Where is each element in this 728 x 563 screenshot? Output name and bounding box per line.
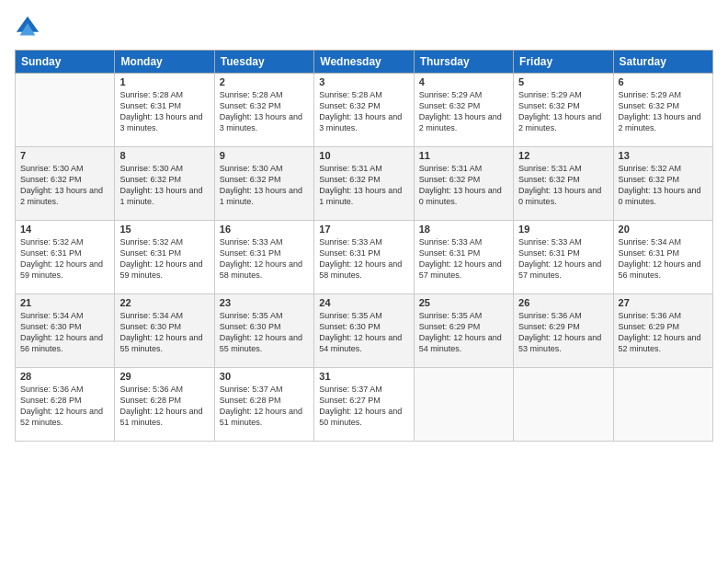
day-number: 23 — [220, 297, 309, 308]
day-info: Sunrise: 5:29 AMSunset: 6:32 PMDaylight:… — [419, 89, 508, 134]
day-info: Sunrise: 5:36 AMSunset: 6:29 PMDaylight:… — [619, 310, 708, 355]
day-number: 24 — [319, 297, 408, 308]
page-container: SundayMondayTuesdayWednesdayThursdayFrid… — [0, 0, 728, 449]
day-info: Sunrise: 5:31 AMSunset: 6:32 PMDaylight:… — [518, 163, 608, 208]
day-number: 13 — [619, 150, 708, 161]
calendar-cell: 14 Sunrise: 5:32 AMSunset: 6:31 PMDaylig… — [16, 221, 115, 294]
calendar-cell: 27 Sunrise: 5:36 AMSunset: 6:29 PMDaylig… — [613, 294, 712, 368]
calendar-cell: 11 Sunrise: 5:31 AMSunset: 6:32 PMDaylig… — [414, 147, 513, 221]
header-cell: Tuesday — [214, 51, 313, 74]
calendar-cell: 13 Sunrise: 5:32 AMSunset: 6:32 PMDaylig… — [613, 147, 712, 221]
calendar-cell: 25 Sunrise: 5:35 AMSunset: 6:29 PMDaylig… — [414, 294, 513, 368]
day-number: 4 — [419, 76, 508, 87]
header-cell: Monday — [115, 51, 214, 74]
calendar-cell: 28 Sunrise: 5:36 AMSunset: 6:28 PMDaylig… — [16, 368, 115, 442]
day-number: 17 — [319, 224, 408, 235]
day-info: Sunrise: 5:28 AMSunset: 6:31 PMDaylight:… — [119, 89, 209, 134]
calendar-cell — [514, 368, 613, 442]
day-info: Sunrise: 5:34 AMSunset: 6:30 PMDaylight:… — [119, 310, 209, 355]
header-cell: Saturday — [613, 51, 712, 74]
day-info: Sunrise: 5:33 AMSunset: 6:31 PMDaylight:… — [319, 236, 408, 282]
day-info: Sunrise: 5:30 AMSunset: 6:32 PMDaylight:… — [20, 163, 109, 208]
day-number: 6 — [619, 76, 708, 87]
day-info: Sunrise: 5:36 AMSunset: 6:29 PMDaylight:… — [518, 310, 608, 355]
day-number: 2 — [220, 76, 309, 87]
calendar-cell: 19 Sunrise: 5:33 AMSunset: 6:31 PMDaylig… — [514, 221, 613, 294]
logo-icon — [15, 15, 40, 40]
day-info: Sunrise: 5:32 AMSunset: 6:31 PMDaylight:… — [119, 236, 209, 282]
day-number: 25 — [419, 297, 508, 308]
day-number: 29 — [119, 371, 209, 382]
calendar-cell: 17 Sunrise: 5:33 AMSunset: 6:31 PMDaylig… — [314, 221, 414, 294]
day-info: Sunrise: 5:29 AMSunset: 6:32 PMDaylight:… — [518, 89, 608, 134]
header-row: SundayMondayTuesdayWednesdayThursdayFrid… — [16, 51, 713, 74]
calendar-row: 14 Sunrise: 5:32 AMSunset: 6:31 PMDaylig… — [16, 221, 713, 294]
calendar-row: 1 Sunrise: 5:28 AMSunset: 6:31 PMDayligh… — [16, 74, 713, 147]
day-info: Sunrise: 5:29 AMSunset: 6:32 PMDaylight:… — [619, 89, 708, 134]
day-info: Sunrise: 5:35 AMSunset: 6:30 PMDaylight:… — [220, 310, 309, 355]
day-info: Sunrise: 5:28 AMSunset: 6:32 PMDaylight:… — [220, 89, 309, 134]
calendar-row: 7 Sunrise: 5:30 AMSunset: 6:32 PMDayligh… — [16, 147, 713, 221]
calendar-cell: 26 Sunrise: 5:36 AMSunset: 6:29 PMDaylig… — [514, 294, 613, 368]
day-number: 9 — [220, 150, 309, 161]
calendar-cell: 21 Sunrise: 5:34 AMSunset: 6:30 PMDaylig… — [16, 294, 115, 368]
calendar-row: 21 Sunrise: 5:34 AMSunset: 6:30 PMDaylig… — [16, 294, 713, 368]
calendar-cell — [414, 368, 513, 442]
day-number: 8 — [119, 150, 209, 161]
calendar-cell: 8 Sunrise: 5:30 AMSunset: 6:32 PMDayligh… — [115, 147, 214, 221]
day-number: 18 — [419, 224, 508, 235]
calendar-cell: 15 Sunrise: 5:32 AMSunset: 6:31 PMDaylig… — [115, 221, 214, 294]
header-cell: Sunday — [16, 51, 115, 74]
day-number: 21 — [20, 297, 109, 308]
day-number: 31 — [319, 371, 408, 382]
day-number: 12 — [518, 150, 608, 161]
calendar-cell: 9 Sunrise: 5:30 AMSunset: 6:32 PMDayligh… — [214, 147, 313, 221]
calendar-cell: 31 Sunrise: 5:37 AMSunset: 6:27 PMDaylig… — [314, 368, 414, 442]
day-info: Sunrise: 5:33 AMSunset: 6:31 PMDaylight:… — [419, 236, 508, 282]
day-number: 11 — [419, 150, 508, 161]
day-info: Sunrise: 5:32 AMSunset: 6:32 PMDaylight:… — [619, 163, 708, 208]
day-number: 15 — [119, 224, 209, 235]
day-info: Sunrise: 5:31 AMSunset: 6:32 PMDaylight:… — [419, 163, 508, 208]
day-number: 26 — [518, 297, 608, 308]
calendar-cell: 2 Sunrise: 5:28 AMSunset: 6:32 PMDayligh… — [214, 74, 313, 147]
calendar-cell: 7 Sunrise: 5:30 AMSunset: 6:32 PMDayligh… — [16, 147, 115, 221]
day-info: Sunrise: 5:33 AMSunset: 6:31 PMDaylight:… — [518, 236, 608, 282]
day-number: 28 — [20, 371, 109, 382]
calendar-cell: 6 Sunrise: 5:29 AMSunset: 6:32 PMDayligh… — [613, 74, 712, 147]
calendar-cell: 23 Sunrise: 5:35 AMSunset: 6:30 PMDaylig… — [214, 294, 313, 368]
calendar-cell: 22 Sunrise: 5:34 AMSunset: 6:30 PMDaylig… — [115, 294, 214, 368]
day-info: Sunrise: 5:36 AMSunset: 6:28 PMDaylight:… — [119, 384, 209, 429]
calendar-cell: 5 Sunrise: 5:29 AMSunset: 6:32 PMDayligh… — [514, 74, 613, 147]
calendar-cell: 18 Sunrise: 5:33 AMSunset: 6:31 PMDaylig… — [414, 221, 513, 294]
day-info: Sunrise: 5:30 AMSunset: 6:32 PMDaylight:… — [119, 163, 209, 208]
day-number: 16 — [220, 224, 309, 235]
day-number: 30 — [220, 371, 309, 382]
day-info: Sunrise: 5:34 AMSunset: 6:30 PMDaylight:… — [20, 310, 109, 355]
day-number: 20 — [619, 224, 708, 235]
day-info: Sunrise: 5:31 AMSunset: 6:32 PMDaylight:… — [319, 163, 408, 208]
calendar-cell: 20 Sunrise: 5:34 AMSunset: 6:31 PMDaylig… — [613, 221, 712, 294]
day-number: 10 — [319, 150, 408, 161]
calendar-cell: 4 Sunrise: 5:29 AMSunset: 6:32 PMDayligh… — [414, 74, 513, 147]
header — [15, 15, 713, 40]
day-info: Sunrise: 5:36 AMSunset: 6:28 PMDaylight:… — [20, 384, 109, 429]
day-info: Sunrise: 5:33 AMSunset: 6:31 PMDaylight:… — [220, 236, 309, 282]
day-info: Sunrise: 5:37 AMSunset: 6:28 PMDaylight:… — [220, 384, 309, 429]
calendar-cell: 16 Sunrise: 5:33 AMSunset: 6:31 PMDaylig… — [214, 221, 313, 294]
logo — [15, 15, 44, 40]
calendar-cell: 30 Sunrise: 5:37 AMSunset: 6:28 PMDaylig… — [214, 368, 313, 442]
calendar-cell: 3 Sunrise: 5:28 AMSunset: 6:32 PMDayligh… — [314, 74, 414, 147]
calendar-cell: 10 Sunrise: 5:31 AMSunset: 6:32 PMDaylig… — [314, 147, 414, 221]
day-number: 3 — [319, 76, 408, 87]
calendar-cell: 1 Sunrise: 5:28 AMSunset: 6:31 PMDayligh… — [115, 74, 214, 147]
calendar-cell — [613, 368, 712, 442]
header-cell: Friday — [514, 51, 613, 74]
day-number: 19 — [518, 224, 608, 235]
day-number: 7 — [20, 150, 109, 161]
calendar-row: 28 Sunrise: 5:36 AMSunset: 6:28 PMDaylig… — [16, 368, 713, 442]
calendar: SundayMondayTuesdayWednesdayThursdayFrid… — [15, 50, 713, 442]
day-number: 27 — [619, 297, 708, 308]
day-info: Sunrise: 5:37 AMSunset: 6:27 PMDaylight:… — [319, 384, 408, 429]
day-number: 5 — [518, 76, 608, 87]
